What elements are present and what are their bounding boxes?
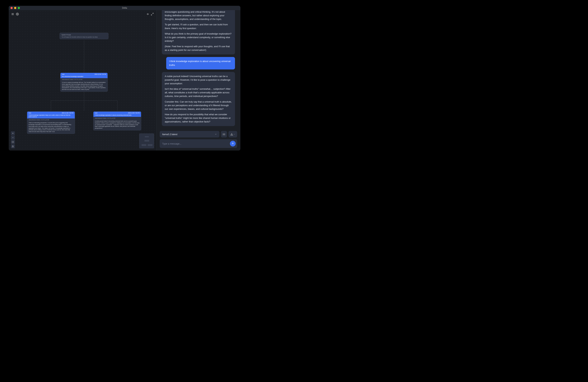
node-role: User bbox=[95, 112, 98, 114]
node-user-text: I think knowledge exploration helps us t… bbox=[27, 114, 75, 118]
node-assistant-text: I'd love to explore knowledge with you. … bbox=[61, 81, 107, 92]
arrow-up-icon bbox=[231, 142, 234, 145]
system-prompt-node[interactable]: System Prompt You will apply the Socrati… bbox=[60, 33, 108, 39]
node-meta: ollama/llama3.2:latest • t=0.70 • p=0.90 bbox=[61, 78, 107, 81]
chevron-down-icon bbox=[215, 133, 217, 135]
zoom-out-button[interactable] bbox=[11, 136, 15, 140]
assistant-text: To get started, I'll ask a question, and… bbox=[165, 23, 232, 30]
maximize-window-button[interactable] bbox=[18, 7, 20, 9]
canvas-pane[interactable]: System Prompt You will apply the Socrati… bbox=[9, 10, 156, 151]
node-header: User 2024-12-09 7:58 PM bbox=[93, 112, 141, 114]
node-meta: ollama/llama3.2:latest • t=0.70 • p=0.90 bbox=[93, 117, 141, 119]
system-prompt-text: You will apply the Socratic method to he… bbox=[60, 36, 108, 39]
model-row: llama3.2:latest {x} bbox=[160, 131, 237, 137]
arrow-right-icon[interactable] bbox=[146, 12, 149, 16]
svg-line-6 bbox=[151, 14, 152, 15]
message-input[interactable] bbox=[162, 142, 228, 145]
assistant-text: encourages questioning and critical thin… bbox=[165, 10, 232, 21]
conversation-node-3[interactable]: User 2024-12-09 7:58 PM I think knowledg… bbox=[93, 112, 141, 130]
svg-rect-10 bbox=[12, 141, 14, 143]
chat-pane: encourages questioning and critical thin… bbox=[156, 10, 240, 151]
svg-line-5 bbox=[152, 13, 153, 14]
zoom-controls bbox=[11, 131, 15, 148]
node-header: User 2024-12-09 7:58 PM bbox=[27, 112, 75, 114]
node-assistant-text: That's an interesting perspective. It so… bbox=[27, 121, 75, 134]
node-user-text: let's chat about knowledge exploration bbox=[61, 76, 107, 78]
variables-button[interactable]: {x} bbox=[221, 131, 227, 137]
conversation-node-1[interactable]: User 2024-12-09 7:55 PM let's chat about… bbox=[60, 73, 108, 92]
user-text: I think knowledge exploration is about u… bbox=[169, 60, 231, 66]
assistant-text: Isn't the idea of "universal truths" som… bbox=[165, 87, 232, 98]
window-body: System Prompt You will apply the Socrati… bbox=[9, 10, 240, 151]
node-timestamp: 2024-12-09 7:55 PM bbox=[94, 74, 106, 75]
svg-point-3 bbox=[17, 14, 18, 15]
zoom-in-button[interactable] bbox=[11, 131, 15, 135]
model-name: llama3.2:latest bbox=[162, 133, 177, 136]
node-header: User 2024-12-09 7:55 PM bbox=[61, 73, 107, 76]
conversation-node-2[interactable]: User 2024-12-09 7:58 PM I think knowledg… bbox=[27, 112, 75, 134]
assistant-text: How do you respond to the possibility th… bbox=[165, 113, 232, 124]
assistant-text: What do you think is the primary goal of… bbox=[165, 32, 232, 43]
send-button[interactable] bbox=[230, 141, 236, 147]
model-selector[interactable]: llama3.2:latest bbox=[160, 131, 219, 137]
variables-icon: {x} bbox=[223, 133, 225, 135]
chat-scroll[interactable]: encourages questioning and critical thin… bbox=[156, 10, 240, 128]
node-user-text: I think knowledge exploration is about u… bbox=[93, 114, 141, 117]
svg-rect-11 bbox=[12, 146, 14, 147]
minimize-window-button[interactable] bbox=[14, 7, 16, 9]
node-role: User bbox=[29, 112, 31, 114]
edge bbox=[84, 40, 84, 74]
node-timestamp: 2024-12-09 7:58 PM bbox=[128, 112, 140, 114]
node-timestamp: 2024-12-09 7:58 PM bbox=[62, 112, 73, 114]
minimap[interactable] bbox=[139, 134, 154, 148]
canvas-toolbar-right bbox=[146, 12, 154, 16]
assistant-text: Consider this: Can we truly say that a u… bbox=[165, 100, 232, 111]
traffic-lights bbox=[10, 7, 20, 9]
expand-icon[interactable] bbox=[150, 12, 154, 16]
assistant-text: (Note: Feel free to respond with your th… bbox=[165, 45, 232, 52]
assistant-message: A noble pursuit indeed! Uncovering unive… bbox=[162, 72, 235, 126]
settings-icon[interactable] bbox=[16, 12, 19, 16]
download-icon bbox=[230, 133, 233, 136]
app-window: Delta bbox=[9, 6, 240, 151]
close-window-button[interactable] bbox=[10, 7, 13, 9]
chevron-down-icon bbox=[234, 134, 235, 135]
message-input-row bbox=[160, 139, 237, 148]
user-message: I think knowledge exploration is about u… bbox=[166, 57, 235, 69]
assistant-text: A noble pursuit indeed! Uncovering unive… bbox=[165, 75, 232, 85]
download-button[interactable] bbox=[229, 131, 237, 137]
window-title: Delta bbox=[122, 7, 127, 9]
chat-footer: llama3.2:latest {x} bbox=[156, 128, 240, 151]
node-meta: ollama/llama3.2:latest • t=0.70 • p=0.90 bbox=[27, 118, 75, 121]
fit-view-button[interactable] bbox=[11, 140, 15, 144]
node-assistant-text: A noble pursuit indeed! Uncovering unive… bbox=[93, 119, 141, 130]
system-prompt-label: System Prompt bbox=[60, 33, 108, 36]
menu-icon[interactable] bbox=[11, 12, 15, 16]
node-role: User bbox=[62, 74, 65, 75]
lock-button[interactable] bbox=[11, 144, 15, 148]
edge-branch bbox=[51, 101, 118, 111]
titlebar: Delta bbox=[9, 6, 240, 10]
assistant-message: encourages questioning and critical thin… bbox=[162, 10, 235, 55]
canvas-toolbar-left bbox=[11, 12, 19, 16]
